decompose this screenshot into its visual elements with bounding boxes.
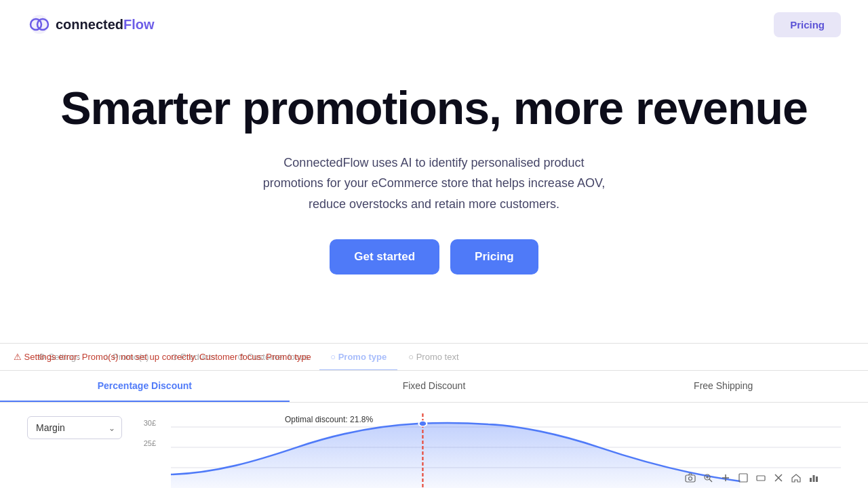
tab-percentage-discount[interactable]: Percentage Discount: [0, 371, 290, 402]
toolbar-camera-icon[interactable]: [684, 471, 697, 485]
svg-point-9: [689, 477, 692, 481]
svg-rect-17: [757, 476, 765, 481]
chart-toolbar: [684, 471, 821, 485]
logo-text-flow: Flow: [123, 17, 155, 33]
tab-settings[interactable]: ⚙ Settings: [27, 344, 92, 370]
svg-rect-21: [813, 475, 815, 482]
svg-point-0: [30, 15, 49, 34]
svg-rect-8: [686, 475, 695, 482]
hero-headline: Smarter promotions, more revenue: [27, 83, 841, 134]
hero-section: Smarter promotions, more revenue Connect…: [0, 49, 868, 336]
toolbar-zoom-icon[interactable]: [701, 471, 715, 485]
discount-tabs: Percentage Discount Fixed Discount Free …: [0, 371, 868, 403]
tabs-row: ⚙ Settings ☆ Promo(s) ⊙ Products ⊙ Custo…: [0, 344, 868, 371]
tab-fixed-discount[interactable]: Fixed Discount: [290, 371, 579, 402]
hero-buttons: Get started Pricing: [27, 239, 841, 274]
toolbar-plus-icon[interactable]: [719, 471, 732, 485]
content-area: Margin Revenue Units 30£ 25£ Optimal dis…: [0, 403, 868, 488]
get-started-button[interactable]: Get started: [330, 239, 439, 274]
hero-description: ConnectedFlow uses AI to identify person…: [231, 152, 637, 215]
svg-rect-22: [816, 476, 818, 482]
svg-line-11: [709, 479, 712, 482]
svg-rect-20: [810, 478, 812, 482]
logo-text-connected: connected: [56, 17, 123, 33]
toolbar-cross-icon[interactable]: [772, 471, 785, 485]
chart-container: 30£ 25£ Optimal discount: 21.8%: [136, 413, 841, 488]
logo: connectedFlow: [27, 12, 155, 37]
svg-point-7: [418, 421, 427, 426]
margin-select-wrapper[interactable]: Margin Revenue Units: [27, 416, 122, 439]
tab-free-shipping[interactable]: Free Shipping: [578, 371, 868, 402]
toolbar-box1-icon[interactable]: [736, 471, 750, 485]
tab-promo-type[interactable]: ○ Promo type: [319, 344, 397, 370]
toolbar-home-icon[interactable]: [789, 471, 803, 485]
svg-rect-16: [739, 474, 747, 482]
tab-promo-text[interactable]: ○ Promo text: [397, 344, 469, 370]
logo-icon: [27, 12, 52, 37]
tab-products[interactable]: ⊙ Products: [160, 344, 226, 370]
pricing-hero-button[interactable]: Pricing: [450, 239, 538, 274]
margin-select[interactable]: Margin Revenue Units: [27, 416, 122, 439]
tab-customer-focus[interactable]: ⊙ Customer focus: [226, 344, 320, 370]
tab-promos[interactable]: ☆ Promo(s): [92, 344, 160, 370]
bottom-panel: ⚙ Settings ☆ Promo(s) ⊙ Products ⊙ Custo…: [0, 343, 868, 488]
pricing-header-button[interactable]: Pricing: [774, 12, 841, 37]
toolbar-box2-icon[interactable]: [754, 471, 768, 485]
toolbar-bar-chart-icon[interactable]: [807, 471, 821, 485]
